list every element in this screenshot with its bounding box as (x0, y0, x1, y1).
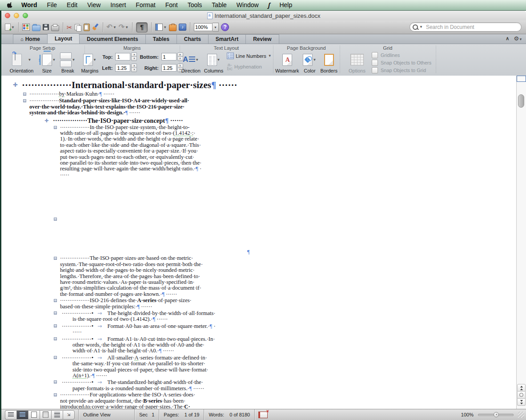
chevron-down-icon[interactable]: ▼ (163, 25, 167, 29)
search-field[interactable]: ▼ (410, 22, 522, 32)
menu-insert[interactable]: Insert (105, 0, 131, 10)
columns-button[interactable]: ▼ Columns (204, 52, 223, 73)
open-button[interactable] (32, 24, 40, 31)
show-formatting-marks-button[interactable]: ¶ (136, 22, 148, 32)
redo-button[interactable]: ↷▼ (119, 24, 128, 30)
full-screen-view-button[interactable]: ⇲ (63, 410, 75, 420)
print-button[interactable] (51, 24, 59, 31)
grid-options-button[interactable]: Options (349, 52, 365, 73)
copy-button[interactable] (75, 24, 81, 31)
sidebar-button[interactable]: ▼ (155, 24, 167, 31)
margin-top-stepper[interactable]: ▲▼ (131, 52, 137, 61)
print-layout-view-button[interactable] (40, 410, 51, 420)
previous-page-button[interactable] (517, 384, 526, 392)
outline-bullet-icon[interactable] (54, 356, 57, 359)
outline-paragraph[interactable]: ·​·​·​·​·​·​·​·​ ·​·​·​·​·​·​·​·​In·​the… (1, 125, 203, 178)
outline-paragraph[interactable]: ·​·​·​·​·​·​·​·​ ·​·​·​·​·​·​·​·​For·​ap… (1, 392, 203, 409)
select-browse-object-button[interactable] (517, 392, 526, 399)
gear-icon[interactable]: ⚙▼ (514, 35, 522, 42)
margin-right-input[interactable] (161, 64, 177, 72)
outline-paragraph[interactable]: ·​·​·​·​·​·​·​·​ ·​·​·​·​·​·​·​·​ISO·​21… (1, 298, 203, 310)
chevron-down-icon[interactable]: ▼ (113, 25, 116, 29)
tab-charts[interactable]: Charts (177, 34, 209, 44)
apple-icon[interactable] (7, 2, 14, 9)
outline-bullet-icon[interactable] (54, 393, 57, 396)
page-color-button[interactable]: ▼ Color (303, 52, 316, 73)
chevron-down-icon[interactable]: ▼ (419, 25, 423, 29)
pages-indicator[interactable]: Pages: 1 of 19 (159, 412, 204, 417)
next-page-button[interactable] (517, 399, 526, 406)
document-area[interactable]: ·​·​·​·​·​·​·​·​✚ ·​·​·​·​·​·​·​·​Intern… (1, 76, 526, 409)
draft-view-button[interactable] (5, 410, 16, 420)
zoom-input[interactable] (194, 23, 213, 31)
tab-smartart[interactable]: SmartArt (208, 34, 246, 44)
heading-1[interactable]: ·​·​·​·​·​·​·​·​✚ ·​·​·​·​·​·​·​·​Intern… (1, 80, 515, 90)
margins-button[interactable]: ▼ Margins (81, 52, 98, 73)
help-button[interactable]: ? (221, 23, 229, 31)
spelling-grammar-icon[interactable] (258, 412, 268, 418)
notebook-layout-view-button[interactable] (51, 410, 63, 420)
outline-list-item[interactable]: ·​·​·​·​·​·​·​·​ ·​·​·​·​·​·​·​·​•→All·​… (1, 355, 216, 379)
section-indicator[interactable]: Sec 1 (135, 412, 159, 417)
title-bar[interactable]: International_standard_paper_sizes.docx (1, 11, 526, 21)
margin-left-input[interactable] (115, 64, 130, 72)
tab-review[interactable]: Review (245, 34, 279, 44)
outline-bullet-icon[interactable] (54, 299, 57, 302)
words-indicator[interactable]: Words: 0 of 8180 (204, 412, 254, 417)
margin-bottom-input[interactable] (161, 53, 177, 61)
media-browser-button[interactable]: ♪ (179, 24, 186, 31)
outline-list-item[interactable]: ·​·​·​·​·​·​·​·​ ·​·​·​·​·​·​·​·​•→The·​… (1, 379, 216, 392)
direction-button[interactable]: A▼ Direction (181, 52, 200, 73)
outline-bullet-icon[interactable] (54, 337, 57, 340)
outline-list-item[interactable]: ·​·​·​·​·​·​·​·​ ·​·​·​·​·​·​·​·​•→The·​… (1, 310, 216, 323)
margin-left-stepper[interactable]: ▲▼ (131, 64, 137, 72)
menu-view[interactable]: View (82, 0, 105, 10)
outline-bullet-icon[interactable] (54, 218, 57, 221)
outline-list-item[interactable]: ·​·​·​·​·​·​·​·​ ·​·​·​·​·​·​·​·​•→Forma… (1, 323, 216, 335)
outline-view-button[interactable] (16, 410, 28, 420)
zoom-slider[interactable] (478, 414, 514, 416)
menu-edit[interactable]: Edit (62, 0, 82, 10)
collapse-ribbon-icon[interactable]: ∧ (506, 36, 509, 41)
cut-button[interactable]: ✂ (67, 24, 72, 31)
vertical-scrollbar[interactable] (516, 76, 526, 409)
orientation-button[interactable]: ↷▼ Orientation (10, 52, 34, 73)
snap-objects-to-grid-checkbox[interactable] (372, 67, 378, 73)
menu-table[interactable]: Table (207, 0, 231, 10)
tab-layout[interactable]: Layout (47, 33, 80, 44)
tab-home[interactable]: ⌂Home (13, 34, 48, 44)
outline-expand-icon[interactable]: ✚ (13, 80, 18, 90)
resize-grip[interactable] (518, 412, 524, 418)
zoom-dropdown-button[interactable]: ▼ (213, 23, 219, 32)
zoom-slider-knob[interactable] (494, 412, 499, 417)
toolbox-button[interactable] (169, 24, 177, 31)
applescript-icon[interactable]: ʃ (264, 1, 275, 9)
menu-help[interactable]: Help (274, 0, 297, 10)
paste-button[interactable] (84, 24, 90, 31)
gallery-button[interactable] (22, 24, 30, 31)
outline-list-item[interactable]: ·​·​·​·​·​·​·​·​ ·​·​·​·​·​·​·​·​•→Forma… (1, 336, 216, 354)
tab-document-elements[interactable]: Document Elements (79, 34, 145, 44)
menu-tools[interactable]: Tools (183, 0, 207, 10)
outline-bullet-icon[interactable] (23, 93, 26, 96)
outline-bullet-icon[interactable] (54, 257, 57, 260)
publishing-layout-view-button[interactable] (28, 410, 40, 420)
new-document-button[interactable]: ▼ (5, 24, 15, 31)
outline-paragraph[interactable]: ·​·​·​·​·​·​·​·​ ·​·​·​·​·​·​·​·​Standar… (1, 98, 197, 116)
outline-bullet-icon[interactable] (54, 311, 57, 315)
outline-bullet-icon[interactable] (54, 126, 57, 129)
size-button[interactable]: ▼ Size (38, 52, 56, 73)
hyphenation-button[interactable]: a-bcHyphenation (227, 63, 262, 71)
margin-top-input[interactable] (115, 53, 130, 61)
chevron-down-icon[interactable]: ▼ (125, 25, 128, 29)
outline-bullet-icon[interactable] (54, 324, 57, 327)
chevron-down-icon[interactable]: ▼ (11, 25, 15, 29)
undo-button[interactable]: ↶▼ (107, 24, 116, 30)
heading-2[interactable]: ·​·​·​·​·​·​·​·​✚ ·​·​·​·​·​·​·​·​The·​I… (1, 117, 515, 124)
outline-bullet-icon[interactable] (23, 99, 26, 102)
tab-tables[interactable]: Tables (145, 34, 177, 44)
outline-paragraph[interactable]: ·​·​·​·​·​·​·​·​ ·​·​·​·​·​·​·​·​by·​Mar… (1, 91, 197, 97)
menu-word[interactable]: Word (16, 0, 42, 10)
menu-file[interactable]: File (42, 0, 62, 10)
outline-bullet-icon[interactable] (54, 380, 57, 384)
